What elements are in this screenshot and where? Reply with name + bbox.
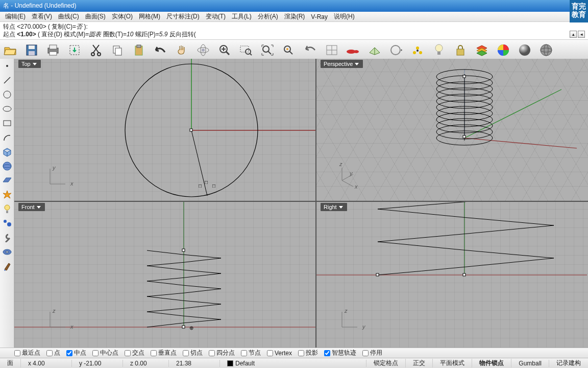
zoom-window-icon[interactable] [238, 42, 254, 58]
lock-icon[interactable] [452, 42, 469, 58]
svg-rect-39 [457, 49, 464, 55]
command-line[interactable]: 转点 <270.000> ( 复制(C)=否 ): 起点 <1.00> ( 直径… [0, 22, 588, 40]
lightbulb-icon[interactable] [431, 42, 447, 58]
cut-icon[interactable] [88, 42, 104, 58]
osnap-intersect[interactable]: 交点 [125, 349, 144, 357]
line-tool-icon[interactable] [1, 74, 13, 86]
svg-rect-82 [463, 135, 465, 138]
rotate-view-icon[interactable] [195, 42, 211, 58]
plane-tool-icon[interactable] [1, 174, 13, 187]
paste-icon[interactable] [131, 42, 147, 58]
svg-point-36 [416, 50, 419, 52]
menu-mesh[interactable]: 网格(M) [136, 11, 163, 22]
osnap-quad[interactable]: 四分点 [209, 349, 235, 357]
open-icon[interactable] [2, 42, 18, 58]
status-gridlock[interactable]: 锁定格点 [366, 359, 406, 367]
svg-line-46 [4, 77, 10, 83]
import-icon[interactable] [66, 42, 83, 58]
arc-tool-icon[interactable] [1, 131, 13, 144]
menu-curve[interactable]: 曲线(C) [55, 11, 82, 22]
osnap-smart[interactable]: 智慧轨迹 [324, 349, 356, 357]
sphere-wire-icon[interactable] [538, 42, 554, 58]
svg-rect-2 [29, 51, 35, 55]
pan-icon[interactable] [174, 42, 190, 58]
menu-analyze[interactable]: 分析(A) [255, 11, 281, 22]
misc-tool-icon[interactable] [1, 217, 13, 229]
menu-vray[interactable]: V-Ray [308, 12, 331, 21]
viewport-perspective[interactable]: Perspective z [316, 59, 588, 201]
svg-text:□: □ [212, 183, 215, 189]
osnap-disable[interactable]: 停用 [362, 349, 382, 357]
undo-icon[interactable] [152, 42, 168, 58]
set-view-icon[interactable] [345, 42, 361, 58]
undo-view-icon[interactable] [302, 42, 318, 58]
axis-z: z [53, 308, 56, 314]
menu-surface[interactable]: 曲面(S) [82, 11, 109, 22]
print-icon[interactable] [45, 42, 61, 58]
axis-z: z [345, 308, 348, 314]
status-planar[interactable]: 平面模式 [433, 359, 472, 367]
brush-icon[interactable] [1, 260, 13, 272]
status-gumball[interactable]: Gumball [511, 360, 549, 367]
status-layer[interactable]: Default [220, 360, 366, 367]
menu-tools[interactable]: 工具(L) [229, 11, 255, 22]
ellipse-tool-icon[interactable] [1, 103, 13, 115]
hazard-icon[interactable] [409, 42, 426, 58]
osnap-near[interactable]: 最近点 [14, 349, 40, 357]
osnap-vertex[interactable]: Vertex [267, 350, 292, 357]
circle-tool-icon[interactable] [1, 88, 13, 101]
circle-options-icon[interactable] [388, 42, 404, 58]
osnap-mid[interactable]: 中点 [66, 349, 86, 357]
svg-rect-81 [463, 75, 465, 78]
torus-tool-icon[interactable] [1, 246, 13, 258]
svg-point-30 [354, 50, 359, 53]
menu-view[interactable]: 查看(V) [29, 11, 55, 22]
viewport-front[interactable]: Front ⊕ z x [14, 202, 315, 348]
svg-point-54 [4, 220, 7, 223]
explode-icon[interactable] [1, 189, 13, 201]
menu-transform[interactable]: 变动(T) [203, 11, 229, 22]
menu-solid[interactable]: 实体(O) [109, 11, 136, 22]
osnap-knot[interactable]: 节点 [241, 349, 261, 357]
sphere-shade-icon[interactable] [517, 42, 533, 58]
zoom-in-icon[interactable] [216, 42, 233, 58]
cplane-icon[interactable] [324, 42, 340, 58]
main-toolbar [0, 40, 588, 60]
zoom-extents-icon[interactable] [259, 42, 276, 58]
color-wheel-icon[interactable] [495, 42, 511, 58]
viewport-right[interactable]: Right z y [316, 202, 588, 348]
layers-icon[interactable] [474, 42, 490, 58]
stepper-left-icon[interactable]: ◂ [578, 31, 585, 38]
cmd-l2e: 圈数(T)= [101, 31, 127, 38]
menu-render[interactable]: 渲染(R) [281, 11, 308, 22]
svg-rect-1 [29, 45, 35, 49]
status-ortho[interactable]: 正交 [406, 359, 433, 367]
rect-tool-icon[interactable] [1, 117, 13, 129]
box-tool-icon[interactable] [1, 146, 13, 158]
osnap-tan[interactable]: 切点 [183, 349, 203, 357]
osnap-center[interactable]: 中心点 [92, 349, 118, 357]
copy-icon[interactable] [109, 42, 126, 58]
point-tool-icon[interactable] [1, 60, 13, 72]
status-x: x 4.00 [21, 360, 72, 367]
menu-dimension[interactable]: 尺寸标注(D) [163, 11, 203, 22]
light-tool-icon[interactable] [1, 203, 13, 215]
menu-help[interactable]: 说明(H) [331, 11, 358, 22]
zoom-selected-icon[interactable] [281, 42, 297, 58]
status-record[interactable]: 记录建构 [549, 359, 588, 367]
sphere-tool-icon[interactable] [1, 160, 13, 172]
save-icon[interactable] [23, 42, 40, 58]
status-face: 面 [0, 359, 21, 367]
svg-point-7 [91, 53, 94, 56]
svg-line-20 [250, 53, 252, 55]
osnap-point[interactable]: 点 [46, 349, 60, 357]
osnap-project[interactable]: 投影 [298, 349, 318, 357]
viewport-top[interactable]: Top □□ □ y x [14, 59, 315, 201]
status-osnap[interactable]: 物件锁点 [472, 359, 511, 367]
wrench-icon[interactable] [1, 232, 13, 244]
window-title: 名 - Undefined (Undefined) [3, 2, 76, 10]
stepper-up-icon[interactable]: ▴ [570, 31, 577, 38]
named-cplane-icon[interactable] [366, 42, 383, 58]
osnap-perp[interactable]: 垂直点 [151, 349, 177, 357]
menu-edit[interactable]: 编辑(E) [2, 11, 29, 22]
